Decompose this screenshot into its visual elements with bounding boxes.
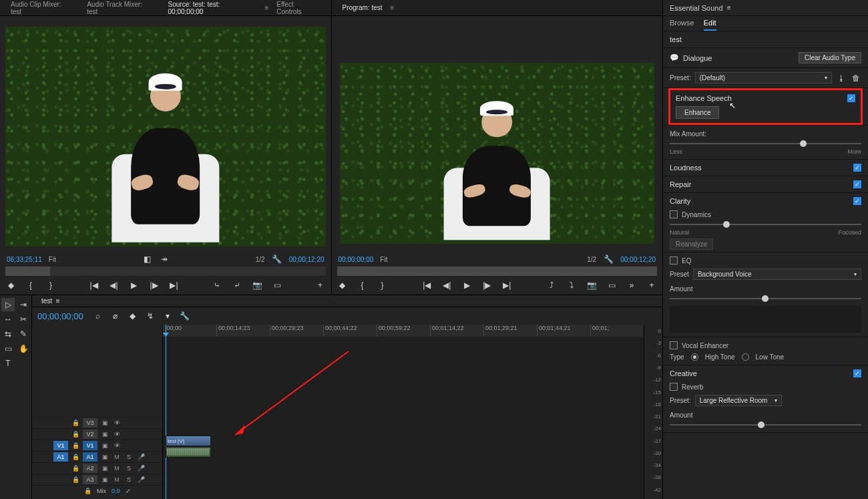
track-a1[interactable]: A1	[83, 452, 97, 462]
mute-button[interactable]: M	[112, 465, 122, 472]
eq-checkbox[interactable]	[670, 257, 678, 265]
eye-icon[interactable]: 👁	[112, 442, 122, 449]
lock-icon[interactable]: 🔒	[84, 488, 91, 494]
source-ruler[interactable]	[5, 267, 326, 276]
program-timecode[interactable]: 00;00;00;00	[339, 256, 374, 263]
goto-out-button[interactable]: ▶|	[501, 280, 512, 291]
lock-icon[interactable]: 🔒	[71, 420, 80, 426]
playhead[interactable]	[166, 325, 166, 499]
track-select-tool[interactable]: ⇥	[17, 298, 30, 311]
source-timecode[interactable]: 06;33;25;11	[7, 256, 42, 263]
enhance-speech-checkbox[interactable]: ✓	[847, 94, 855, 102]
settings-icon[interactable]: ↯	[145, 311, 156, 321]
cc-button[interactable]: ▭	[272, 280, 282, 291]
ripple-tool[interactable]: ↔	[1, 313, 15, 326]
goto-in-button[interactable]: |◀	[421, 280, 432, 291]
save-preset-icon[interactable]: ⭳	[836, 73, 847, 84]
mix-amount-slider[interactable]	[670, 140, 861, 147]
step-back-button[interactable]: ◀|	[441, 280, 452, 291]
loudness-checkbox[interactable]: ✓	[853, 164, 861, 172]
audio-clip[interactable]	[166, 447, 211, 458]
tab-edit[interactable]: Edit	[704, 19, 716, 31]
slip-tool[interactable]: ⇆	[1, 327, 15, 341]
tab-audio-clip-mixer[interactable]: Audio Clip Mixer: test	[5, 0, 79, 18]
mix-value[interactable]: 0.0	[112, 488, 120, 494]
settings-icon[interactable]: 🔧	[603, 254, 614, 265]
lock-icon[interactable]: 🔒	[71, 442, 80, 449]
expand-icon[interactable]: ⤢	[126, 488, 131, 494]
tab-menu-icon[interactable]: ≡	[56, 297, 60, 305]
lock-icon[interactable]: 🔒	[71, 431, 80, 438]
mute-button[interactable]: M	[112, 476, 122, 483]
selection-tool[interactable]: ▷	[1, 298, 15, 311]
timeline-canvas[interactable]: :00;0000;00;14;2300;00;29;2300;00;44;220…	[163, 325, 644, 499]
pen-tool[interactable]: ✎	[17, 327, 30, 341]
link-icon[interactable]: ⌀	[110, 311, 121, 321]
goto-in-button[interactable]: |◀	[89, 280, 99, 291]
program-resolution[interactable]: 1/2	[587, 256, 596, 263]
clear-audio-type-button[interactable]: Clear Audio Type	[799, 52, 861, 63]
reverb-checkbox[interactable]	[670, 383, 678, 391]
track-a2[interactable]: A2	[83, 464, 97, 473]
track-a3[interactable]: A3	[83, 475, 97, 484]
voice-icon[interactable]: 🎤	[136, 476, 146, 483]
delete-preset-icon[interactable]: 🗑	[851, 73, 861, 84]
eq-preset-dropdown[interactable]: Background Voice▾	[693, 269, 861, 280]
fx-icon[interactable]: ↠	[159, 254, 170, 265]
export-frame-button[interactable]: 📷	[252, 280, 262, 291]
step-back-button[interactable]: ◀|	[109, 280, 120, 291]
play-button[interactable]: ▶	[129, 280, 140, 291]
timeline-ruler[interactable]: :00;0000;00;14;2300;00;29;2300;00;44;220…	[163, 325, 644, 337]
source-viewer[interactable]	[5, 27, 326, 246]
mark-in-button[interactable]: {	[25, 280, 36, 291]
tab-audio-track-mixer[interactable]: Audio Track Mixer: test	[81, 0, 160, 18]
source-patch-a1[interactable]: A1	[53, 452, 68, 462]
tab-menu-icon[interactable]: ≡	[391, 4, 395, 11]
caret-icon[interactable]: »	[626, 280, 637, 291]
add-marker-button[interactable]: ◆	[337, 280, 348, 291]
extract-button[interactable]: ⤵	[566, 280, 577, 291]
solo-button[interactable]: S	[124, 465, 134, 472]
lock-icon[interactable]: 🔒	[71, 465, 80, 472]
lock-icon[interactable]: 🔒	[71, 476, 80, 483]
snap-icon[interactable]: ⌕	[93, 311, 103, 321]
add-button[interactable]: +	[315, 280, 326, 291]
lock-icon[interactable]: 🔒	[71, 454, 80, 460]
program-viewer[interactable]	[340, 63, 655, 244]
step-forward-button[interactable]: |▶	[149, 280, 160, 291]
rectangle-tool[interactable]: ▭	[1, 342, 15, 355]
high-tone-radio[interactable]	[691, 353, 698, 361]
type-tool[interactable]: T	[1, 357, 15, 370]
hand-tool[interactable]: ✋	[17, 342, 30, 355]
reverb-preset-dropdown[interactable]: Large Reflective Room▾	[695, 395, 782, 406]
panel-menu-icon[interactable]: ≡	[727, 4, 731, 11]
source-resolution[interactable]: 1/2	[256, 256, 265, 263]
toggle-output-icon[interactable]: ▣	[100, 476, 110, 483]
marker-icon[interactable]: ◆	[128, 311, 138, 321]
solo-button[interactable]: S	[124, 476, 134, 483]
preset-dropdown[interactable]: (Default)▾	[695, 72, 832, 84]
source-zoom-fit[interactable]: Fit	[49, 256, 56, 263]
repair-checkbox[interactable]: ✓	[853, 180, 861, 188]
caption-icon[interactable]: ▾	[162, 311, 173, 321]
eye-icon[interactable]: 👁	[112, 431, 122, 438]
tab-program[interactable]: Program: test	[337, 1, 388, 14]
insert-button[interactable]: ⤷	[212, 280, 222, 291]
toggle-output-icon[interactable]: ▣	[100, 420, 110, 426]
tab-effect-controls[interactable]: Effect Controls	[271, 0, 325, 18]
track-v3[interactable]: V3	[83, 418, 97, 428]
sequence-tab[interactable]: test	[41, 297, 52, 305]
timeline-timecode[interactable]: 00;00;00;00	[37, 311, 83, 321]
track-v1[interactable]: V1	[83, 441, 97, 450]
enhance-button[interactable]: Enhance	[676, 106, 719, 119]
export-frame-button[interactable]: 📷	[586, 280, 597, 291]
voice-icon[interactable]: 🎤	[136, 465, 146, 472]
voice-icon[interactable]: 🎤	[136, 454, 146, 460]
video-clip[interactable]: test [V]	[166, 436, 211, 446]
lift-button[interactable]: ⤴	[546, 280, 557, 291]
reverb-amount-slider[interactable]	[670, 422, 861, 428]
overwrite-button[interactable]: ⤶	[232, 280, 242, 291]
mark-out-button[interactable]: }	[377, 280, 388, 291]
razor-tool[interactable]: ✂	[17, 313, 30, 326]
clarity-label[interactable]: Clarity	[670, 197, 690, 205]
